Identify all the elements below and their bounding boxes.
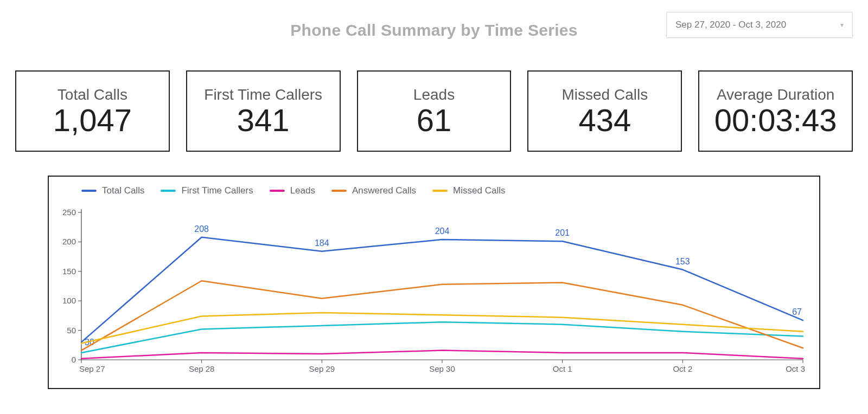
kpi-label: Leads	[413, 86, 455, 104]
svg-text:Sep 29: Sep 29	[309, 364, 335, 373]
svg-text:100: 100	[62, 296, 76, 305]
kpi-value: 341	[237, 105, 290, 136]
legend-item[interactable]: Total Calls	[81, 185, 144, 196]
page-title: Phone Call Summary by Time Series	[290, 21, 578, 40]
kpi-value: 00:03:43	[714, 105, 837, 136]
kpi-first-time-callers: First Time Callers 341	[186, 70, 341, 152]
svg-text:208: 208	[194, 224, 209, 234]
kpi-value: 434	[578, 105, 631, 136]
legend-swatch	[270, 190, 285, 192]
chevron-down-icon: ▾	[840, 21, 844, 29]
svg-text:200: 200	[62, 237, 76, 246]
line-chart: Total CallsFirst Time CallersLeadsAnswer…	[48, 176, 820, 389]
kpi-leads: Leads 61	[357, 70, 512, 152]
svg-text:Oct 2: Oct 2	[673, 364, 692, 373]
svg-text:Sep 27: Sep 27	[79, 364, 105, 373]
kpi-missed-calls: Missed Calls 434	[527, 70, 682, 152]
legend-item[interactable]: Answered Calls	[331, 185, 416, 196]
svg-text:0: 0	[72, 355, 76, 364]
svg-text:Sep 28: Sep 28	[189, 364, 215, 373]
kpi-label: Missed Calls	[561, 86, 648, 104]
legend-label: Total Calls	[102, 185, 144, 196]
legend-swatch	[331, 190, 347, 192]
svg-text:153: 153	[675, 257, 690, 266]
legend-item[interactable]: First Time Callers	[161, 185, 253, 196]
chart-legend: Total CallsFirst Time CallersLeadsAnswer…	[49, 177, 819, 196]
date-range-value: Sep 27, 2020 - Oct 3, 2020	[675, 20, 786, 30]
header: Phone Call Summary by Time Series Sep 27…	[0, 0, 868, 50]
kpi-value: 61	[417, 105, 452, 136]
kpi-value: 1,047	[53, 105, 132, 136]
legend-swatch	[81, 190, 97, 192]
legend-swatch	[432, 190, 448, 192]
svg-text:201: 201	[555, 228, 570, 237]
svg-text:50: 50	[67, 326, 76, 335]
chart-canvas: 050100150200250Sep 27Sep 28Sep 29Sep 30O…	[49, 196, 819, 379]
kpi-total-calls: Total Calls 1,047	[15, 70, 170, 152]
svg-text:150: 150	[62, 267, 76, 276]
svg-text:184: 184	[315, 238, 329, 248]
legend-label: Answered Calls	[352, 185, 416, 196]
kpi-row: Total Calls 1,047 First Time Callers 341…	[0, 50, 868, 152]
svg-text:250: 250	[62, 208, 76, 217]
svg-text:Oct 3: Oct 3	[786, 364, 805, 373]
kpi-label: Total Calls	[58, 86, 127, 104]
kpi-label: First Time Callers	[204, 86, 322, 104]
legend-label: First Time Callers	[181, 185, 253, 196]
legend-item[interactable]: Leads	[270, 185, 315, 196]
legend-item[interactable]: Missed Calls	[432, 185, 505, 196]
date-range-picker[interactable]: Sep 27, 2020 - Oct 3, 2020 ▾	[666, 12, 853, 38]
svg-text:67: 67	[792, 307, 802, 316]
legend-label: Leads	[290, 185, 315, 196]
legend-label: Missed Calls	[453, 185, 505, 196]
legend-swatch	[161, 190, 176, 192]
kpi-average-duration: Average Duration 00:03:43	[698, 70, 853, 152]
svg-text:204: 204	[435, 227, 450, 236]
svg-text:Oct 1: Oct 1	[553, 364, 572, 373]
svg-text:Sep 30: Sep 30	[429, 364, 455, 373]
kpi-label: Average Duration	[717, 86, 834, 104]
